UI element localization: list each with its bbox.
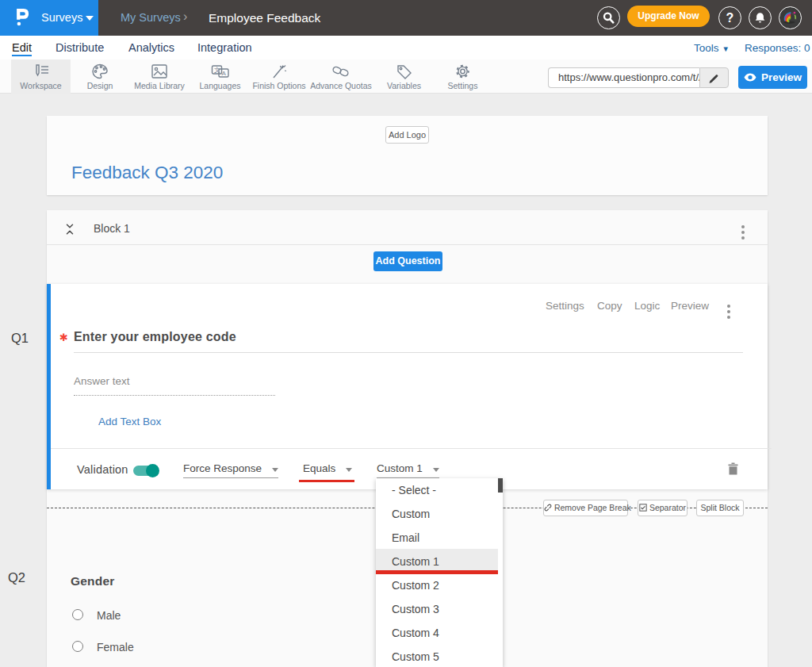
svg-text:文: 文 <box>214 67 220 74</box>
svg-text:A: A <box>221 70 226 77</box>
